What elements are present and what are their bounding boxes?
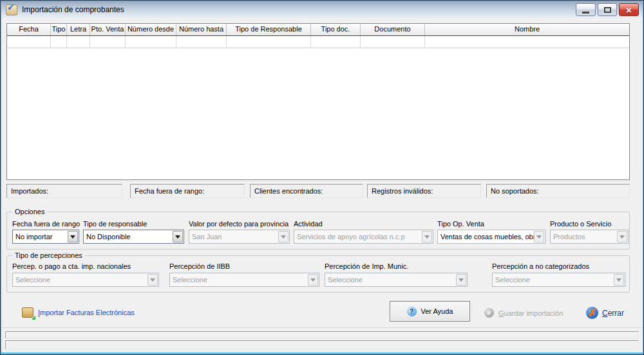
percepcion-iibb-combo: Seleccione [169,273,319,287]
percep-nacionales-combo: Seleccione [12,273,159,287]
import-invoices-icon [22,307,33,318]
counter-label: Registros inválidos: [372,187,433,195]
help-button-label: Ver Ayuda [421,307,453,315]
chevron-down-icon [534,231,544,242]
import-electronic-invoices-link[interactable]: Importar Facturas Electrónicas [22,307,135,318]
table-cell [425,36,629,48]
column-header-tipo-doc[interactable]: Tipo doc. [311,24,361,35]
combo-value: Seleccione [493,276,614,284]
actividad-label: Actividad [294,220,323,228]
save-button-label: Guardar importación [498,309,563,317]
table-empty-row [7,36,629,48]
counter-label: Fecha fuera de rango: [135,187,204,195]
save-check-icon: ✔ [484,308,494,318]
counter-clientes-encontrados: Clientes encontrados: [250,184,363,198]
percep-nacionales-label: Percep. o pago a cta. imp. nacionales [12,262,131,270]
table-header-row: Fecha Tipo Letra Pto. Venta Número desde… [7,24,629,36]
counter-no-soportados: No soportados: [486,184,630,198]
table-cell [227,36,311,48]
opciones-legend: Opciones [12,208,47,215]
percepcion-no-categorizados-combo: Seleccione [492,273,625,287]
footer-divider [2,327,642,328]
chevron-down-icon [456,274,466,286]
column-header-numero-hasta[interactable]: Número hasta [176,24,227,35]
maximize-button[interactable] [598,3,617,16]
titlebar[interactable]: ✓ Importación de comprobantes × [1,1,643,18]
status-bar-bottom [5,340,639,349]
combo-value: Ventas de cosas muebles, obra [438,233,534,241]
producto-o-servicio-combo: Productos [550,230,629,244]
producto-o-servicio-label: Producto o Servicio [550,220,611,228]
fecha-fuera-de-rango-combo[interactable]: No importar [12,230,79,244]
combo-value: Servicios de apoyo agrícolas n.c.p [294,233,422,241]
combo-value: Seleccione [325,276,456,284]
chevron-down-icon[interactable] [173,231,183,242]
table-cell [51,36,67,48]
close-icon: × [626,5,632,15]
combo-value: Productos [551,233,617,241]
tipo-de-responsable-combo[interactable]: No Disponible [83,230,184,244]
window-border-bottom-highlight [1,352,643,354]
counter-registros-invalidos: Registros inválidos: [367,184,481,198]
actividad-combo: Servicios de apoyo agrícolas n.c.p [294,230,433,244]
green-arrow-icon [32,312,35,320]
chevron-down-icon [614,274,624,286]
counter-label: Clientes encontrados: [254,187,323,195]
column-header-nombre[interactable]: Nombre [425,24,629,35]
percepcion-iibb-label: Percepción de IIBB [169,262,230,270]
table-cell [7,36,51,48]
table-cell [311,36,361,48]
table-cell [176,36,227,48]
chevron-down-icon [147,274,158,286]
table-cell [361,36,425,48]
counter-importados: Importados: [6,184,122,198]
table-cell [90,36,126,48]
percepcion-imp-munic-label: Percepción de Imp. Munic. [325,262,408,270]
column-header-fecha[interactable]: Fecha [7,24,51,35]
percepcion-no-categorizados-label: Percepción a no categorizados [492,262,589,270]
app-icon-check: ✓ [7,3,15,12]
tipo-de-responsable-label: Tipo de responsable [83,220,147,228]
chevron-down-icon [422,231,432,242]
column-header-pto-venta[interactable]: Pto. Venta [90,24,126,35]
close-x-glyph: ✗ [587,308,597,318]
chevron-down-icon [617,231,627,242]
provincia-label: Valor por defecto para provincia [189,220,289,228]
chevron-down-icon[interactable] [68,231,78,242]
maximize-icon [604,7,611,13]
counter-label: No soportados: [491,187,539,195]
column-header-numero-desde[interactable]: Número desde [126,24,176,35]
chevron-down-icon [278,231,289,242]
column-header-tipo-responsable[interactable]: Tipo de Responsable [227,24,311,35]
help-icon: ? [407,307,417,316]
help-button[interactable]: ? Ver Ayuda [390,301,470,322]
percepciones-legend: Tipo de percepciones [12,251,85,259]
counter-fecha-fuera-de-rango: Fecha fuera de rango: [130,184,245,198]
provincia-combo: San Juan [189,230,290,244]
column-header-tipo[interactable]: Tipo [51,24,67,35]
opciones-group: Opciones Fecha fuera de rango No importa… [6,212,630,250]
save-import-button: ✔ Guardar importación [484,308,563,318]
combo-value: San Juan [189,233,278,241]
window-title: Importación de comprobantes [22,5,124,14]
tipo-op-venta-combo: Ventas de cosas muebles, obra [437,230,545,244]
table-cell [67,36,90,48]
minimize-button[interactable] [576,3,596,16]
import-link-label: Importar Facturas Electrónicas [38,309,135,316]
combo-value: Seleccione [170,276,308,284]
close-window-button[interactable]: × [619,3,639,16]
percepcion-imp-munic-combo: Seleccione [325,273,468,287]
tipo-op-venta-label: Tipo Op. Venta [437,220,484,228]
import-vouchers-window: ✓ Importación de comprobantes × Fecha Ti… [0,0,644,355]
cerrar-button[interactable]: ✗ Cerrar [586,307,624,319]
vouchers-table: Fecha Tipo Letra Pto. Venta Número desde… [6,23,630,180]
cerrar-button-label: Cerrar [602,309,624,318]
status-bar-top [5,331,639,338]
combo-value: No importar [13,233,68,241]
column-header-letra[interactable]: Letra [67,24,90,35]
table-cell [126,36,176,48]
column-header-documento[interactable]: Documento [361,24,425,35]
counter-label: Importados: [11,187,48,195]
app-icon: ✓ [6,5,17,15]
chevron-down-icon [308,274,318,286]
